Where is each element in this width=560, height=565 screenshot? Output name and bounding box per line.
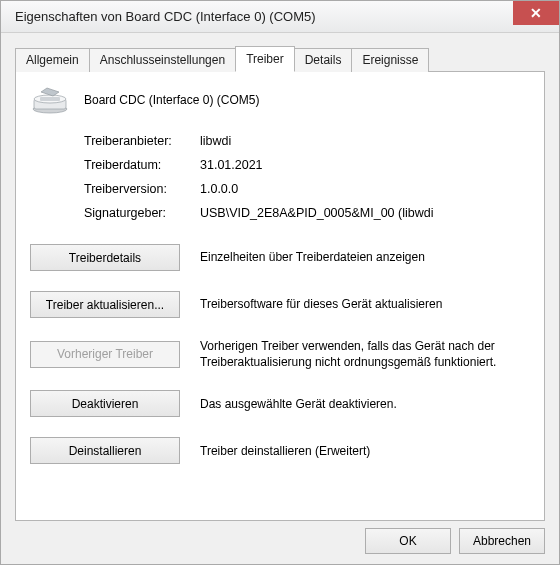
signer-value: USB\VID_2E8A&PID_0005&MI_00 (libwdi [200,206,530,220]
info-row-version: Treiberversion: 1.0.0.0 [84,182,530,196]
titlebar: Eigenschaften von Board CDC (Interface 0… [1,1,559,33]
dialog-footer: OK Abbrechen [365,528,545,554]
action-row-details: Treiberdetails Einzelheiten über Treiber… [30,244,530,271]
driver-details-button[interactable]: Treiberdetails [30,244,180,271]
date-value: 31.01.2021 [200,158,530,172]
driver-info: Treiberanbieter: libwdi Treiberdatum: 31… [84,134,530,220]
update-driver-desc: Treibersoftware für dieses Gerät aktuali… [200,296,530,312]
tab-driver[interactable]: Treiber [235,46,295,72]
tab-events[interactable]: Ereignisse [351,48,429,72]
client-area: Allgemein Anschlusseinstellungen Treiber… [1,33,559,531]
action-row-rollback: Vorheriger Treiber Vorherigen Treiber ve… [30,338,530,370]
update-driver-button[interactable]: Treiber aktualisieren... [30,291,180,318]
disable-desc: Das ausgewählte Gerät deaktivieren. [200,396,530,412]
signer-label: Signaturgeber: [84,206,200,220]
tabpanel-driver: Board CDC (Interface 0) (COM5) Treiberan… [15,71,545,521]
disable-button[interactable]: Deaktivieren [30,390,180,417]
rollback-driver-button: Vorheriger Treiber [30,341,180,368]
info-row-signer: Signaturgeber: USB\VID_2E8A&PID_0005&MI_… [84,206,530,220]
info-row-date: Treiberdatum: 31.01.2021 [84,158,530,172]
device-header: Board CDC (Interface 0) (COM5) [30,86,530,114]
rollback-driver-desc: Vorherigen Treiber verwenden, falls das … [200,338,530,370]
tabstrip: Allgemein Anschlusseinstellungen Treiber… [15,45,545,71]
tab-general[interactable]: Allgemein [15,48,90,72]
version-value: 1.0.0.0 [200,182,530,196]
date-label: Treiberdatum: [84,158,200,172]
action-area: Treiberdetails Einzelheiten über Treiber… [30,244,530,464]
close-button[interactable]: ✕ [513,1,559,25]
action-row-update: Treiber aktualisieren... Treibersoftware… [30,291,530,318]
uninstall-button[interactable]: Deinstallieren [30,437,180,464]
version-label: Treiberversion: [84,182,200,196]
device-name: Board CDC (Interface 0) (COM5) [84,93,259,107]
action-row-disable: Deaktivieren Das ausgewählte Gerät deakt… [30,390,530,417]
window-title: Eigenschaften von Board CDC (Interface 0… [15,9,513,24]
device-icon [30,86,70,114]
cancel-button[interactable]: Abbrechen [459,528,545,554]
driver-details-desc: Einzelheiten über Treiberdateien anzeige… [200,249,530,265]
info-row-provider: Treiberanbieter: libwdi [84,134,530,148]
tab-details[interactable]: Details [294,48,353,72]
properties-window: Eigenschaften von Board CDC (Interface 0… [0,0,560,565]
uninstall-desc: Treiber deinstallieren (Erweitert) [200,443,530,459]
provider-value: libwdi [200,134,530,148]
provider-label: Treiberanbieter: [84,134,200,148]
close-icon: ✕ [530,5,542,21]
tab-port-settings[interactable]: Anschlusseinstellungen [89,48,236,72]
action-row-uninstall: Deinstallieren Treiber deinstallieren (E… [30,437,530,464]
ok-button[interactable]: OK [365,528,451,554]
svg-rect-3 [40,97,60,101]
